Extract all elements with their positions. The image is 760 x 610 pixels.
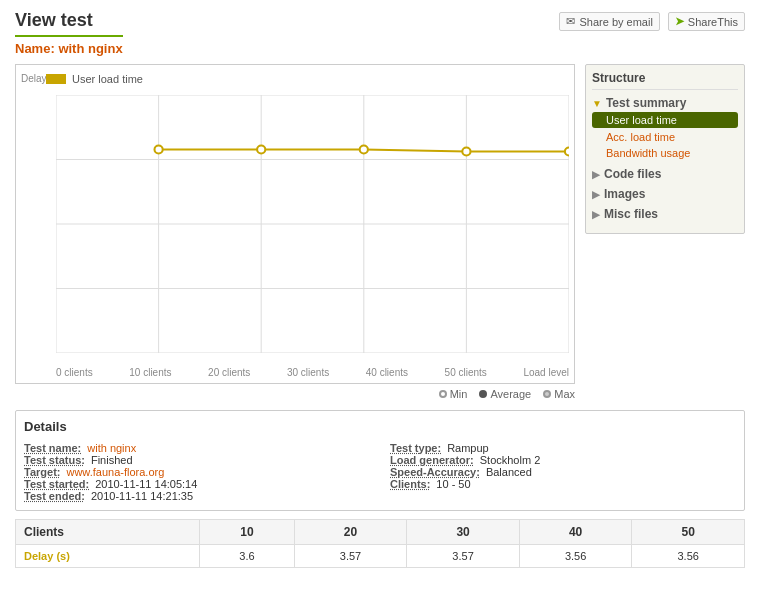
legend-label: User load time <box>72 73 143 85</box>
images-label: Images <box>604 187 645 201</box>
details-title: Details <box>24 419 736 434</box>
data-table: Clients 10 20 30 40 50 Delay (s) 3.6 3.5… <box>15 519 745 568</box>
col-header-clients: Clients <box>16 520 200 545</box>
table-header-row: Clients 10 20 30 40 50 <box>16 520 745 545</box>
detail-val-load-gen: Stockholm 2 <box>480 454 541 466</box>
legend-min: Min <box>439 388 468 400</box>
share-this-label: ShareThis <box>688 16 738 28</box>
max-dot <box>543 390 551 398</box>
detail-key-test-ended: Test ended: <box>24 490 85 502</box>
detail-test-status: Test status: Finished <box>24 454 370 466</box>
test-name-row: Name: with nginx <box>15 41 123 56</box>
cell-delay-20: 3.57 <box>294 545 407 568</box>
max-label: Max <box>554 388 575 400</box>
share-this-button[interactable]: ➤ ShareThis <box>668 12 745 31</box>
detail-key-target: Target: <box>24 466 60 478</box>
svg-point-17 <box>257 146 265 154</box>
triangle-right-icon-misc: ▶ <box>592 209 600 220</box>
avg-dot <box>479 390 487 398</box>
detail-val-test-status: Finished <box>91 454 133 466</box>
detail-clients: Clients: 10 - 50 <box>390 478 736 490</box>
images-header[interactable]: ▶ Images <box>592 187 738 201</box>
detail-test-name: Test name: with nginx <box>24 442 370 454</box>
detail-load-gen: Load generator: Stockholm 2 <box>390 454 736 466</box>
detail-key-test-status: Test status: <box>24 454 85 466</box>
detail-val-clients: 10 - 50 <box>436 478 470 490</box>
detail-key-clients: Clients: <box>390 478 430 490</box>
misc-files-header[interactable]: ▶ Misc files <box>592 207 738 221</box>
code-files-header[interactable]: ▶ Code files <box>592 167 738 181</box>
col-header-50: 50 <box>632 520 745 545</box>
col-header-40: 40 <box>519 520 632 545</box>
share-email-button[interactable]: ✉ Share by email <box>559 12 659 31</box>
sidebar-section-misc-files: ▶ Misc files <box>592 207 738 221</box>
sidebar-item-acc-load-time[interactable]: Acc. load time <box>592 129 738 145</box>
test-name-label: Name: <box>15 41 55 56</box>
min-label: Min <box>450 388 468 400</box>
table-row: Delay (s) 3.6 3.57 3.57 3.56 3.56 <box>16 545 745 568</box>
detail-test-type: Test type: Rampup <box>390 442 736 454</box>
details-section: Details Test name: with nginx Test statu… <box>15 410 745 511</box>
test-summary-label: Test summary <box>606 96 686 110</box>
triangle-right-icon-images: ▶ <box>592 189 600 200</box>
detail-val-target[interactable]: www.fauna-flora.org <box>66 466 164 478</box>
misc-files-label: Misc files <box>604 207 658 221</box>
min-dot <box>439 390 447 398</box>
delay-label: Delay <box>21 73 47 84</box>
legend-avg: Average <box>479 388 531 400</box>
cell-delay-40: 3.56 <box>519 545 632 568</box>
cell-delay-50: 3.56 <box>632 545 745 568</box>
row-label-delay: Delay (s) <box>16 545 200 568</box>
col-header-10: 10 <box>200 520 295 545</box>
chart-area: Delay User load time <box>15 64 575 400</box>
sidebar-section-code-files: ▶ Code files <box>592 167 738 181</box>
detail-test-started: Test started: 2010-11-11 14:05:14 <box>24 478 370 490</box>
detail-val-test-ended: 2010-11-11 14:21:35 <box>91 490 193 502</box>
svg-point-19 <box>462 148 470 156</box>
sidebar-section-images: ▶ Images <box>592 187 738 201</box>
details-grid: Test name: with nginx Test status: Finis… <box>24 442 736 502</box>
detail-val-speed-accuracy: Balanced <box>486 466 532 478</box>
share-icon: ➤ <box>675 15 684 28</box>
detail-key-test-started: Test started: <box>24 478 89 490</box>
svg-point-16 <box>154 146 162 154</box>
detail-speed-accuracy: Speed-Accuracy: Balanced <box>390 466 736 478</box>
test-summary-header[interactable]: ▼ Test summary <box>592 96 738 110</box>
avg-label: Average <box>490 388 531 400</box>
svg-point-18 <box>360 146 368 154</box>
cell-delay-30: 3.57 <box>407 545 520 568</box>
x-axis-labels: 0 clients 10 clients 20 clients 30 clien… <box>56 367 569 378</box>
data-table-section: Clients 10 20 30 40 50 Delay (s) 3.6 3.5… <box>15 519 745 568</box>
x-label-20: 20 clients <box>208 367 250 378</box>
load-level-label: Load level <box>523 367 569 378</box>
triangle-right-icon-code: ▶ <box>592 169 600 180</box>
col-header-30: 30 <box>407 520 520 545</box>
chart-svg-wrap: 4 s 3 s 2 s 1 s 0 s <box>56 95 569 353</box>
chart-svg: 4 s 3 s 2 s 1 s 0 s <box>56 95 569 353</box>
test-name-value: with nginx <box>58 41 122 56</box>
legend-color-swatch <box>46 74 66 84</box>
triangle-down-icon: ▼ <box>592 98 602 109</box>
email-icon: ✉ <box>566 15 575 28</box>
detail-val-test-started: 2010-11-11 14:05:14 <box>95 478 197 490</box>
sidebar-item-bandwidth[interactable]: Bandwidth usage <box>592 145 738 161</box>
detail-val-test-name[interactable]: with nginx <box>87 442 136 454</box>
chart-legend-row: Min Average Max <box>15 388 575 400</box>
chart-container: Delay User load time <box>15 64 575 384</box>
chart-legend-area: User load time <box>46 73 143 85</box>
structure-title: Structure <box>592 71 738 90</box>
x-label-0: 0 clients <box>56 367 93 378</box>
code-files-label: Code files <box>604 167 661 181</box>
details-right: Test type: Rampup Load generator: Stockh… <box>390 442 736 502</box>
sidebar-item-user-load-time[interactable]: User load time <box>592 112 738 128</box>
detail-val-test-type: Rampup <box>447 442 489 454</box>
share-email-label: Share by email <box>579 16 652 28</box>
details-left: Test name: with nginx Test status: Finis… <box>24 442 370 502</box>
structure-box: Structure ▼ Test summary User load time … <box>585 64 745 234</box>
x-label-50: 50 clients <box>445 367 487 378</box>
detail-key-speed-accuracy: Speed-Accuracy: <box>390 466 480 478</box>
col-header-20: 20 <box>294 520 407 545</box>
page-title: View test <box>15 10 123 37</box>
x-label-40: 40 clients <box>366 367 408 378</box>
x-label-30: 30 clients <box>287 367 329 378</box>
